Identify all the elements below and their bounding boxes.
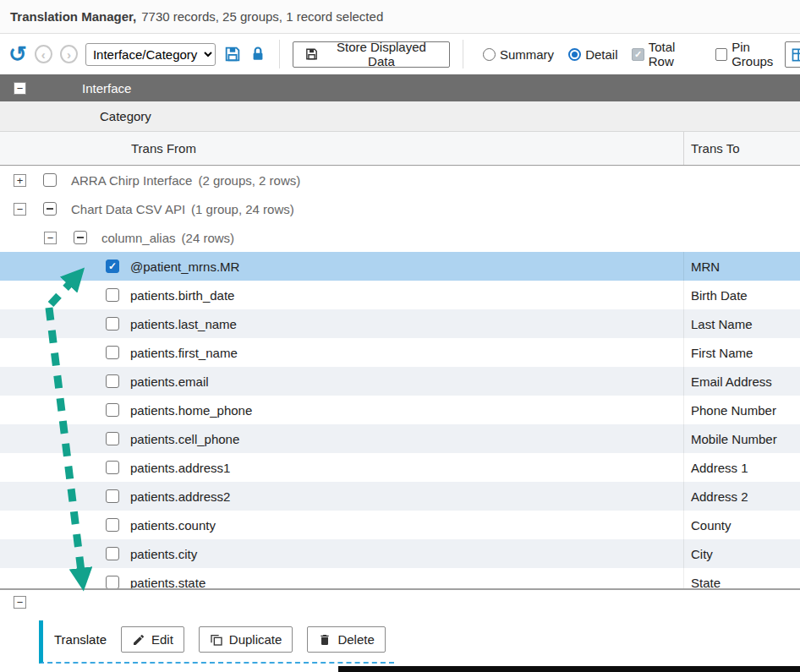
detail-radio-group[interactable]: Detail	[568, 47, 617, 62]
collapse-interface-icon[interactable]: −	[14, 82, 26, 95]
group-meta: (2 groups, 2 rows)	[198, 173, 300, 188]
collapse-icon[interactable]: −	[44, 232, 57, 244]
trans-to-cell[interactable]: Address 2	[683, 482, 800, 511]
edit-button-label: Edit	[151, 632, 173, 647]
footer-collapse-row: −	[0, 588, 800, 614]
lock-icon[interactable]	[249, 46, 266, 63]
group-row[interactable]: −Chart Data CSV API(1 group, 24 rows)	[0, 194, 800, 223]
row-checkbox[interactable]	[43, 202, 57, 216]
row-checkbox[interactable]	[106, 346, 119, 359]
trans-to-cell[interactable]: Email Address	[683, 367, 800, 396]
translation-row[interactable]: patients.countyCounty	[0, 511, 800, 539]
translation-row[interactable]: patients.stateState	[0, 568, 800, 588]
forward-icon[interactable]: ›	[60, 45, 78, 63]
trans-from-value: patients.last_name	[130, 317, 237, 331]
trans-from-cell[interactable]: patients.email	[0, 367, 683, 396]
total-row-checkbox[interactable]: ✓	[632, 48, 644, 61]
detail-radio[interactable]	[568, 48, 581, 61]
row-checkbox[interactable]	[106, 576, 119, 588]
group-label: Chart Data CSV API	[71, 202, 185, 216]
group-meta: (1 group, 24 rows)	[191, 202, 294, 216]
row-checkbox[interactable]	[43, 173, 57, 187]
undo-icon[interactable]: ↺	[8, 43, 27, 65]
trans-to-value: Mobile Number	[691, 432, 777, 446]
trans-from-cell[interactable]: patients.county	[0, 511, 683, 539]
row-checkbox[interactable]	[106, 461, 119, 474]
row-checkbox[interactable]	[106, 547, 119, 560]
row-checkbox[interactable]	[106, 317, 119, 331]
trans-to-cell[interactable]: Phone Number	[683, 396, 800, 424]
translation-row[interactable]: patients.cell_phoneMobile Number	[0, 424, 800, 453]
summary-radio[interactable]	[483, 48, 496, 61]
row-checkbox[interactable]	[106, 403, 119, 417]
table-view-button[interactable]	[785, 41, 800, 68]
delete-button[interactable]: Delete	[307, 626, 385, 653]
row-checkbox[interactable]	[106, 489, 119, 503]
group-row[interactable]: −column_alias(24 rows)	[0, 223, 800, 252]
summary-radio-group[interactable]: Summary	[483, 47, 554, 62]
trans-from-cell[interactable]: patients.birth_date	[0, 281, 683, 309]
translation-row[interactable]: patients.last_nameLast Name	[0, 309, 800, 338]
trans-from-cell[interactable]: patients.last_name	[0, 309, 683, 338]
detail-radio-label: Detail	[585, 47, 617, 62]
trans-from-cell[interactable]: ✓@patient_mrns.MR	[0, 252, 683, 281]
trans-to-value: Address 1	[691, 461, 748, 475]
trans-from-cell[interactable]: patients.home_phone	[0, 396, 683, 424]
trans-from-cell[interactable]: patients.address1	[0, 453, 683, 482]
group-row[interactable]: +ARRA Chirp Interface(2 groups, 2 rows)	[0, 166, 800, 194]
translation-row[interactable]: patients.emailEmail Address	[0, 367, 800, 396]
trans-from-cell[interactable]: patients.cell_phone	[0, 424, 683, 453]
trans-to-cell[interactable]: Mobile Number	[683, 424, 800, 453]
trans-from-value: patients.address1	[130, 461, 230, 475]
store-displayed-data-button[interactable]: Store Displayed Data	[293, 41, 450, 68]
translation-row[interactable]: patients.home_phonePhone Number	[0, 396, 800, 424]
pin-groups-label: Pin Groups	[732, 40, 792, 68]
trans-to-cell[interactable]: County	[683, 511, 800, 539]
trans-to-cell[interactable]: Last Name	[683, 309, 800, 338]
trans-from-value: patients.email	[130, 374, 209, 389]
trans-to-cell[interactable]: First Name	[683, 338, 800, 367]
row-checkbox[interactable]	[106, 374, 119, 388]
title-bar: Translation Manager, 7730 records, 25 gr…	[0, 0, 800, 34]
trans-to-cell[interactable]: Address 1	[683, 453, 800, 482]
row-checkbox[interactable]	[106, 432, 119, 445]
delete-button-label: Delete	[337, 632, 374, 647]
back-icon[interactable]: ‹	[35, 45, 52, 63]
duplicate-button-label: Duplicate	[229, 632, 282, 647]
trans-from-cell[interactable]: patients.first_name	[0, 338, 683, 367]
trans-to-cell[interactable]: City	[683, 539, 800, 568]
collapse-icon[interactable]: −	[14, 203, 26, 216]
total-row-checkbox-group[interactable]: ✓ Total Row	[632, 40, 700, 68]
translation-row[interactable]: patients.cityCity	[0, 539, 800, 568]
expand-icon[interactable]: +	[14, 174, 26, 187]
trans-from-cell[interactable]: patients.state	[0, 568, 683, 588]
trans-from-cell[interactable]: patients.address2	[0, 482, 683, 511]
trans-to-cell[interactable]: Birth Date	[683, 281, 800, 309]
view-mode-select[interactable]: Interface/Category	[85, 43, 216, 66]
collapse-footer-icon[interactable]: −	[14, 596, 26, 609]
pin-groups-checkbox-group[interactable]: Pin Groups	[715, 40, 792, 68]
row-checkbox[interactable]: ✓	[106, 260, 119, 273]
trash-icon	[318, 633, 332, 647]
trans-to-cell[interactable]: State	[683, 568, 800, 588]
trans-to-value: State	[691, 576, 721, 589]
pencil-icon	[132, 633, 145, 647]
translation-row[interactable]: patients.address1Address 1	[0, 453, 800, 482]
column-header-trans-from[interactable]: Trans From	[0, 132, 683, 165]
column-header-trans-to[interactable]: Trans To	[683, 132, 800, 165]
translation-row[interactable]: patients.birth_dateBirth Date	[0, 281, 800, 309]
translation-row[interactable]: patients.address2Address 2	[0, 482, 800, 511]
translation-row[interactable]: ✓@patient_mrns.MRMRN	[0, 252, 800, 281]
trans-to-cell[interactable]: MRN	[683, 252, 800, 281]
save-icon[interactable]	[223, 45, 242, 63]
trans-from-cell[interactable]: patients.city	[0, 539, 683, 568]
duplicate-button[interactable]: Duplicate	[199, 626, 293, 653]
edit-button[interactable]: Edit	[121, 626, 184, 653]
trans-from-value: patients.city	[130, 547, 197, 561]
row-checkbox[interactable]	[106, 518, 119, 532]
trans-from-value: patients.cell_phone	[130, 432, 239, 446]
row-checkbox[interactable]	[106, 288, 119, 302]
row-checkbox[interactable]	[74, 231, 87, 244]
pin-groups-checkbox[interactable]	[715, 48, 727, 61]
translation-row[interactable]: patients.first_nameFirst Name	[0, 338, 800, 367]
